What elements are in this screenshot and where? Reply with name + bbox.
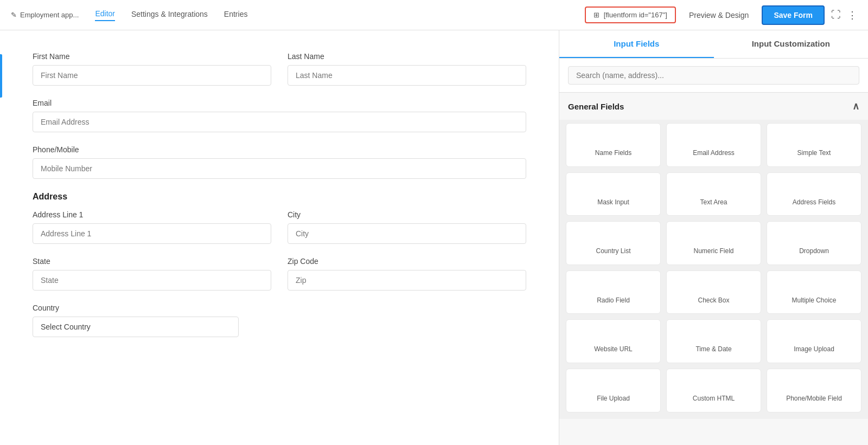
field-label-custom-html: Custom HTML bbox=[693, 395, 735, 403]
field-label-file-upload: File Upload bbox=[597, 395, 630, 403]
field-card-file-upload[interactable]: File Upload bbox=[566, 369, 661, 412]
fields-grid: Name Fields Email Address Simple Text bbox=[559, 120, 868, 419]
top-nav: ✎ Employment app... Editor Settings & In… bbox=[0, 0, 868, 30]
expand-icon[interactable]: ⛶ bbox=[831, 9, 841, 21]
app-name[interactable]: ✎ Employment app... bbox=[11, 11, 79, 19]
collapse-icon[interactable]: ∧ bbox=[852, 100, 859, 112]
more-options-icon[interactable]: ⋮ bbox=[847, 9, 857, 21]
field-label-country-list: Country List bbox=[596, 247, 630, 256]
field-card-email-address[interactable]: Email Address bbox=[666, 123, 761, 167]
state-input[interactable] bbox=[33, 270, 271, 291]
address-section-title: Address bbox=[33, 192, 526, 202]
main-layout: First Name Last Name Email Phone/Mobile … bbox=[0, 30, 868, 445]
phone-input[interactable] bbox=[33, 158, 526, 179]
general-fields-header: General Fields ∧ bbox=[559, 93, 868, 120]
country-select[interactable]: Select Country bbox=[33, 317, 239, 337]
field-label-dropdown: Dropdown bbox=[799, 247, 829, 256]
save-form-button[interactable]: Save Form bbox=[762, 5, 825, 25]
field-card-country-list[interactable]: Country List bbox=[566, 221, 661, 265]
right-panel: Input Fields Input Customization General… bbox=[559, 30, 868, 445]
name-row: First Name Last Name bbox=[33, 52, 526, 86]
address-line1-input[interactable] bbox=[33, 223, 271, 244]
zip-input[interactable] bbox=[288, 270, 526, 291]
field-label-address-fields: Address Fields bbox=[793, 198, 835, 207]
nav-left: ✎ Employment app... Editor Settings & In… bbox=[11, 9, 569, 21]
field-card-multiple-choice[interactable]: Multiple Choice bbox=[767, 270, 861, 314]
address-city-row: Address Line 1 City bbox=[33, 210, 526, 244]
tab-input-customization[interactable]: Input Customization bbox=[714, 30, 869, 58]
field-label-multiple-choice: Multiple Choice bbox=[792, 296, 836, 305]
city-input[interactable] bbox=[288, 223, 526, 244]
field-card-radio-field[interactable]: Radio Field bbox=[566, 270, 661, 314]
field-card-dropdown[interactable]: Dropdown bbox=[767, 221, 861, 265]
first-name-label: First Name bbox=[33, 52, 271, 61]
field-card-custom-html[interactable]: Custom HTML bbox=[666, 369, 761, 412]
nav-right: ⊞ [fluentform id="167"] Preview & Design… bbox=[585, 5, 857, 25]
state-group: State bbox=[33, 257, 271, 291]
field-label-text-area: Text Area bbox=[700, 198, 727, 207]
field-card-image-upload[interactable]: Image Upload bbox=[767, 319, 861, 363]
phone-group: Phone/Mobile bbox=[33, 145, 526, 179]
preview-design-button[interactable]: Preview & Design bbox=[682, 8, 756, 23]
field-label-check-box: Check Box bbox=[698, 296, 729, 305]
email-group: Email bbox=[33, 99, 526, 132]
field-card-address-fields[interactable]: Address Fields bbox=[767, 172, 861, 216]
country-label: Country bbox=[33, 304, 239, 312]
field-label-mask-input: Mask Input bbox=[597, 198, 629, 207]
state-label: State bbox=[33, 257, 271, 266]
tab-entries[interactable]: Entries bbox=[224, 10, 248, 21]
field-card-mask-input[interactable]: Mask Input bbox=[566, 172, 661, 216]
pencil-icon: ✎ bbox=[11, 11, 17, 19]
last-name-label: Last Name bbox=[288, 52, 526, 61]
field-label-simple-text: Simple Text bbox=[797, 149, 831, 158]
field-label-numeric-field: Numeric Field bbox=[693, 247, 733, 256]
field-card-numeric-field[interactable]: Numeric Field bbox=[666, 221, 761, 265]
field-label-image-upload: Image Upload bbox=[794, 345, 834, 354]
state-zip-row: State Zip Code bbox=[33, 257, 526, 291]
field-label-phone-mobile: Phone/Mobile Field bbox=[786, 395, 842, 403]
field-card-website-url[interactable]: Website URL bbox=[566, 319, 661, 363]
field-card-time-date[interactable]: Time & Date bbox=[666, 319, 761, 363]
field-card-phone-mobile[interactable]: Phone/Mobile Field bbox=[767, 369, 861, 412]
tab-input-fields[interactable]: Input Fields bbox=[559, 30, 714, 58]
zip-group: Zip Code bbox=[288, 257, 526, 291]
search-input[interactable] bbox=[568, 66, 859, 85]
field-card-text-area[interactable]: Text Area bbox=[666, 172, 761, 216]
shortcode-button[interactable]: ⊞ [fluentform id="167"] bbox=[585, 7, 676, 23]
address-line1-label: Address Line 1 bbox=[33, 210, 271, 219]
tab-settings[interactable]: Settings & Integrations bbox=[131, 10, 208, 21]
last-name-input[interactable] bbox=[288, 65, 526, 86]
panel-tabs: Input Fields Input Customization bbox=[559, 30, 868, 59]
general-fields-title: General Fields bbox=[568, 102, 624, 111]
field-card-name-fields[interactable]: Name Fields bbox=[566, 123, 661, 167]
phone-row: Phone/Mobile bbox=[33, 145, 526, 179]
editor-panel: First Name Last Name Email Phone/Mobile … bbox=[0, 30, 559, 445]
email-label: Email bbox=[33, 99, 526, 107]
first-name-input[interactable] bbox=[33, 65, 271, 86]
field-label-email-address: Email Address bbox=[693, 149, 735, 158]
field-label-time-date: Time & Date bbox=[695, 345, 731, 354]
address-line1-group: Address Line 1 bbox=[33, 210, 271, 244]
phone-label: Phone/Mobile bbox=[33, 145, 526, 154]
tab-editor[interactable]: Editor bbox=[95, 9, 115, 21]
last-name-group: Last Name bbox=[288, 52, 526, 86]
city-label: City bbox=[288, 210, 526, 219]
email-input[interactable] bbox=[33, 112, 526, 132]
email-row: Email bbox=[33, 99, 526, 132]
country-row: Country Select Country bbox=[33, 304, 526, 337]
side-accent bbox=[0, 54, 2, 98]
field-label-radio-field: Radio Field bbox=[597, 296, 630, 305]
first-name-group: First Name bbox=[33, 52, 271, 86]
field-card-simple-text[interactable]: Simple Text bbox=[767, 123, 861, 167]
field-label-website-url: Website URL bbox=[594, 345, 632, 354]
field-label-name-fields: Name Fields bbox=[595, 149, 631, 158]
panel-search bbox=[559, 59, 868, 93]
city-group: City bbox=[288, 210, 526, 244]
field-card-check-box[interactable]: Check Box bbox=[666, 270, 761, 314]
country-group: Country Select Country bbox=[33, 304, 239, 337]
shortcode-icon: ⊞ bbox=[593, 11, 599, 19]
zip-label: Zip Code bbox=[288, 257, 526, 266]
